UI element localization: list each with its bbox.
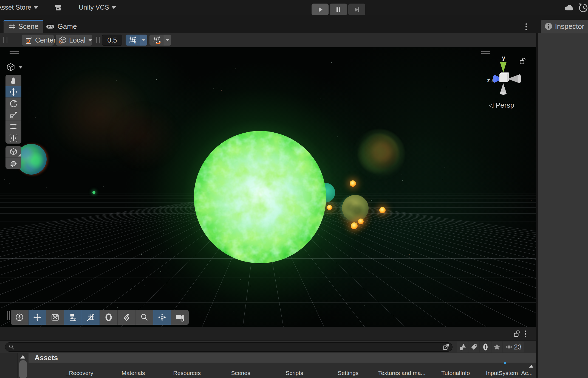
scale-tool-button[interactable]: [5, 109, 21, 121]
sliders-icon: [68, 313, 78, 322]
toolbar-drag-handle[interactable]: [96, 37, 100, 43]
pivot-icon: [25, 36, 33, 44]
camera-settings-button[interactable]: [171, 310, 189, 325]
overlay-drag-handle[interactable]: [481, 51, 490, 54]
folder-item[interactable]: Textures and ma...: [375, 363, 429, 378]
poly-shape-tool-button[interactable]: [5, 158, 21, 169]
project-browser: Assets _RecoveryMaterialsResourcesScenes…: [0, 353, 536, 378]
rotate-tool-button[interactable]: [5, 98, 21, 109]
history-button[interactable]: [578, 3, 588, 13]
folder-item[interactable]: _Recovery: [53, 363, 106, 378]
archive-button[interactable]: [54, 3, 63, 12]
projection-toggle[interactable]: ◁ Persp: [489, 101, 514, 110]
grid-visibility-button[interactable]: [82, 310, 100, 325]
folder-item[interactable]: InputSystem_Ac...: [482, 363, 536, 378]
asset-store-dropdown[interactable]: Asset Store: [0, 4, 38, 11]
alerts-button[interactable]: [480, 341, 491, 352]
asset-store-label: Asset Store: [0, 4, 31, 11]
visible-count: 23: [514, 343, 522, 351]
scene-viewport[interactable]: y z x ◁ Persp: [0, 47, 536, 327]
draw-mode-dropdown[interactable]: [6, 63, 23, 72]
rect-tool-button[interactable]: [5, 121, 21, 132]
tree-scrollbar[interactable]: [18, 353, 29, 378]
search-field[interactable]: [5, 342, 453, 352]
gizmo-lock-open-icon[interactable]: [519, 57, 526, 65]
step-button[interactable]: [348, 4, 365, 15]
open-external-icon[interactable]: [442, 343, 450, 351]
folder-tree-column[interactable]: [0, 353, 18, 378]
scene-overlay-toolbar: [11, 310, 189, 325]
scene-menu-kebab[interactable]: [525, 23, 527, 30]
tab-game-label: Game: [58, 22, 77, 31]
info-icon: [545, 23, 552, 30]
view-tabbar: Scene Game Inspector: [0, 15, 588, 33]
folder-item[interactable]: TutorialInfo: [429, 363, 482, 378]
gizmo-axis-y-label: y: [502, 55, 505, 61]
assets-breadcrumb[interactable]: Assets: [29, 353, 536, 363]
panel-menu-kebab[interactable]: [525, 331, 526, 337]
folder-item[interactable]: Settings: [321, 363, 375, 378]
chevron-down-icon: [19, 66, 22, 68]
unity-vcs-dropdown[interactable]: Unity VCS: [79, 4, 116, 11]
orientation-dropdown[interactable]: Local: [56, 35, 92, 46]
green-star-object: [193, 130, 327, 264]
grid-snap-dropdown[interactable]: [140, 35, 147, 46]
folder-item[interactable]: Scenes: [214, 363, 268, 378]
snap-settings-button[interactable]: [153, 310, 171, 325]
favorites-button[interactable]: [491, 341, 502, 352]
tab-inspector[interactable]: Inspector: [541, 20, 588, 33]
scrollbar-thumb[interactable]: [19, 360, 27, 378]
probuilder-tool-button[interactable]: [5, 146, 21, 158]
orange-orb: [379, 207, 386, 213]
orange-orb: [351, 222, 358, 229]
effects-button[interactable]: [118, 310, 135, 325]
scroll-up-arrow[interactable]: [20, 355, 25, 359]
folder-item[interactable]: Scripts: [268, 363, 321, 378]
rotate-tool-icon: [9, 99, 18, 108]
view-options-button[interactable]: [11, 310, 29, 325]
filter-by-label-button[interactable]: [468, 341, 479, 352]
filter-by-type-button[interactable]: [457, 341, 468, 352]
chevron-down-icon: [88, 39, 92, 41]
cloud-button[interactable]: [564, 3, 574, 12]
move-overlay-button[interactable]: [29, 310, 46, 325]
pivot-mode-dropdown[interactable]: Center: [22, 35, 54, 46]
transform-tool-button[interactable]: [5, 132, 21, 144]
folder-item[interactable]: Resources: [160, 363, 214, 378]
lock-open-icon[interactable]: [513, 330, 521, 337]
panel-divider[interactable]: [536, 33, 538, 378]
grid-snap-button[interactable]: Y: [126, 35, 140, 46]
tab-game[interactable]: Game: [45, 20, 78, 33]
snap-grid-y-icon: Y: [128, 36, 137, 44]
visibility-toggle[interactable]: 23: [503, 341, 524, 352]
folder-item[interactable]: Materials: [106, 363, 160, 378]
grid-settings-dropdown[interactable]: [164, 35, 171, 46]
search-icon: [140, 313, 149, 322]
snap-increment-field[interactable]: 0.5: [102, 35, 122, 46]
overlay-drag-handle[interactable]: [7, 311, 10, 320]
play-button[interactable]: [312, 4, 329, 15]
content-scroll-up-arrow[interactable]: [529, 365, 533, 368]
inspector-panel: [538, 33, 588, 378]
hand-tool-button[interactable]: [5, 75, 21, 86]
cloud-icon: [564, 3, 574, 12]
lighting-button[interactable]: [100, 310, 118, 325]
project-filter-buttons: 23: [457, 341, 524, 352]
tab-scene[interactable]: Scene: [4, 20, 43, 33]
grid-magnet-button[interactable]: [149, 35, 164, 46]
toolbar-drag-handle[interactable]: [3, 37, 7, 43]
orientation-label: Local: [69, 36, 86, 44]
scene-search-button[interactable]: [135, 310, 153, 325]
tool-settings-button[interactable]: [64, 310, 82, 325]
move-tool-button[interactable]: [5, 86, 21, 98]
search-input[interactable]: [17, 343, 440, 351]
overlay-drag-handle[interactable]: [10, 51, 19, 54]
poly-shape-icon: [9, 159, 18, 168]
gamepad-icon: [46, 23, 55, 30]
tools-overlay-button[interactable]: [46, 310, 64, 325]
pause-button[interactable]: [330, 4, 347, 15]
move-tool-icon: [9, 88, 18, 96]
gizmo-axis-z-label: z: [487, 77, 490, 84]
pivot-mode-label: Center: [35, 36, 56, 44]
eye-icon: [505, 343, 513, 351]
